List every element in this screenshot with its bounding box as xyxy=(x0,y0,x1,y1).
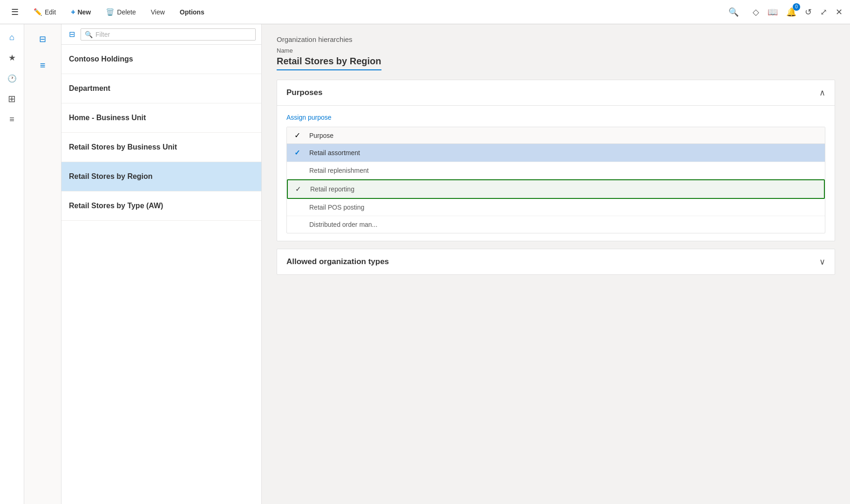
assign-purpose-link[interactable]: Assign purpose xyxy=(286,114,332,121)
nav-panel: ⊟ ≡ xyxy=(24,24,61,504)
filter-input-wrap[interactable]: 🔍 xyxy=(81,28,256,41)
sidebar-icons: ⌂ ★ 🕐 ⊞ ≡ xyxy=(0,24,24,504)
purpose-row-distributed[interactable]: Distributed order man... xyxy=(287,216,825,233)
purposes-table: ✓ Purpose ✓ Retail assortment Re xyxy=(286,127,825,233)
header-check-icon: ✓ xyxy=(294,131,300,139)
allowed-org-title: Allowed organization types xyxy=(286,257,389,266)
settings-icon[interactable]: ◇ xyxy=(751,5,761,19)
section-title: Organization hierarchies xyxy=(277,35,835,43)
list-panel: ⊟ 🔍 Contoso Holdings Department Home - B… xyxy=(61,24,262,504)
purpose-row-pos[interactable]: Retail POS posting xyxy=(287,199,825,216)
assortment-check-icon: ✓ xyxy=(294,149,300,157)
purposes-card-header[interactable]: Purposes ∧ xyxy=(277,80,835,106)
purpose-row-assortment[interactable]: ✓ Retail assortment xyxy=(287,144,825,162)
field-label-name: Name xyxy=(277,47,835,54)
edit-button[interactable]: ✏️ Edit xyxy=(28,5,61,19)
purpose-row-reporting[interactable]: ✓ Retail reporting xyxy=(287,179,825,199)
notification-button[interactable]: 🔔 0 xyxy=(784,5,798,19)
list-item-department[interactable]: Department xyxy=(61,74,261,103)
allowed-org-card-header[interactable]: Allowed organization types ∨ xyxy=(277,249,835,274)
purposes-card: Purposes ∧ Assign purpose ✓ Purpose ✓ xyxy=(277,80,835,241)
list-item-home-bu[interactable]: Home - Business Unit xyxy=(61,103,261,133)
plus-icon: + xyxy=(71,8,75,16)
list-item-contoso[interactable]: Contoso Holdings xyxy=(61,45,261,74)
assortment-check: ✓ xyxy=(294,149,309,157)
menu-icon: ☰ xyxy=(11,7,19,17)
allowed-org-expand-icon: ∨ xyxy=(819,257,825,267)
filter-input[interactable] xyxy=(95,31,252,38)
purposes-check-col-header: ✓ xyxy=(294,131,309,140)
view-button[interactable]: View xyxy=(145,6,170,19)
new-button[interactable]: + New xyxy=(65,5,96,19)
reporting-check: ✓ xyxy=(295,185,310,193)
options-button[interactable]: Options xyxy=(174,6,210,19)
filter-search-icon: 🔍 xyxy=(85,31,93,38)
sidebar-item-recent[interactable]: 🕐 xyxy=(3,69,21,88)
lines-nav-icon[interactable]: ≡ xyxy=(32,54,54,76)
popout-icon[interactable]: ⤢ xyxy=(818,5,829,19)
purpose-row-replenishment[interactable]: Retail replenishment xyxy=(287,162,825,179)
reporting-check-icon: ✓ xyxy=(295,185,301,193)
list-filter-bar: ⊟ 🔍 xyxy=(61,24,261,45)
list-item-retail-region[interactable]: Retail Stores by Region xyxy=(61,162,261,191)
edit-icon: ✏️ xyxy=(34,8,42,16)
assortment-label: Retail assortment xyxy=(309,149,817,157)
distributed-label: Distributed order man... xyxy=(309,221,817,228)
purposes-table-header: ✓ Purpose xyxy=(287,127,825,144)
list-item-retail-type[interactable]: Retail Stores by Type (AW) xyxy=(61,191,261,221)
allowed-org-card: Allowed organization types ∨ xyxy=(277,249,835,275)
delete-button[interactable]: 🗑️ Delete xyxy=(100,5,141,19)
sidebar-item-list[interactable]: ≡ xyxy=(3,110,21,129)
menu-button[interactable]: ☰ xyxy=(6,4,24,20)
sidebar-item-home[interactable]: ⌂ xyxy=(3,28,21,47)
purposes-label-col-header: Purpose xyxy=(309,132,333,139)
purposes-collapse-icon: ∧ xyxy=(819,88,825,98)
field-value-name: Retail Stores by Region xyxy=(277,56,381,70)
pos-label: Retail POS posting xyxy=(309,204,817,211)
delete-icon: 🗑️ xyxy=(106,8,115,16)
main-content: Organization hierarchies Name Retail Sto… xyxy=(262,24,850,504)
bookmark-icon[interactable]: 📖 xyxy=(766,5,780,19)
list-item-retail-bu[interactable]: Retail Stores by Business Unit xyxy=(61,133,261,162)
top-bar-actions: ◇ 📖 🔔 0 ↺ ⤢ ✕ xyxy=(751,5,844,19)
purposes-title: Purposes xyxy=(286,88,322,97)
close-icon[interactable]: ✕ xyxy=(834,5,844,19)
reporting-label: Retail reporting xyxy=(310,185,816,193)
sidebar-item-favorites[interactable]: ★ xyxy=(3,48,21,67)
purposes-card-body: Assign purpose ✓ Purpose ✓ Retail assort… xyxy=(277,106,835,241)
filter-nav-icon[interactable]: ⊟ xyxy=(32,28,54,50)
list-items: Contoso Holdings Department Home - Busin… xyxy=(61,45,261,504)
filter-button[interactable]: ⊟ xyxy=(67,28,77,41)
refresh-icon[interactable]: ↺ xyxy=(803,5,814,19)
sidebar-item-workspace[interactable]: ⊞ xyxy=(3,89,21,108)
notification-count: 0 xyxy=(793,3,800,11)
main-layout: ⌂ ★ 🕐 ⊞ ≡ ⊟ ≡ ⊟ 🔍 Contoso Holdings Depar… xyxy=(0,24,850,504)
replenishment-label: Retail replenishment xyxy=(309,167,817,174)
top-bar: ☰ ✏️ Edit + New 🗑️ Delete View Options 🔍… xyxy=(0,0,850,24)
search-icon[interactable]: 🔍 xyxy=(724,4,743,20)
